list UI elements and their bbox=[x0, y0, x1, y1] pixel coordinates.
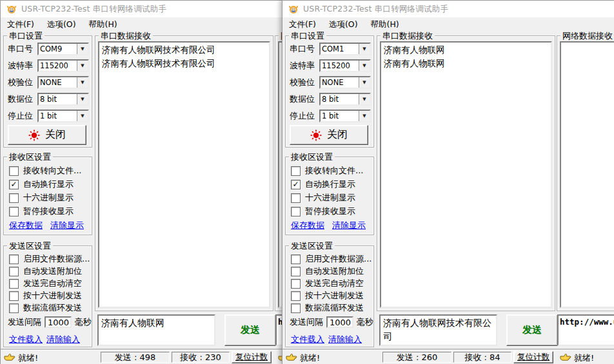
clear-input-link[interactable]: 清除输入 bbox=[46, 334, 80, 345]
serial-receive-text: 济南有人物联网技术有限公司 济南有人物联网技术有限公司 bbox=[99, 43, 269, 71]
close-port-button[interactable]: 关闭 bbox=[290, 125, 368, 145]
checkbox-clear-after-send[interactable] bbox=[9, 279, 19, 289]
menu-options[interactable]: 选项(O) bbox=[41, 18, 83, 32]
title-bar[interactable]: USR-TCP232-Test 串口转网络调试助手 bbox=[282, 1, 614, 17]
dropdown-arrow-icon[interactable]: ▼ bbox=[77, 94, 88, 104]
checkbox-auto-newline[interactable]: ✓ bbox=[9, 180, 19, 189]
checkbox-file-data-source[interactable] bbox=[291, 254, 301, 264]
network-receive-area[interactable] bbox=[560, 41, 614, 308]
port-select[interactable]: COM1 ▼ bbox=[319, 43, 371, 55]
network-receive-text bbox=[561, 43, 614, 44]
parity-select[interactable]: NONE ▼ bbox=[319, 76, 371, 89]
checkbox-hex-display[interactable] bbox=[9, 193, 19, 203]
load-file-link[interactable]: 文件载入 bbox=[9, 334, 43, 345]
reset-counter-button[interactable]: 复位计数 bbox=[232, 351, 272, 363]
databits-select[interactable]: 8 bit ▼ bbox=[319, 93, 371, 106]
serial-settings-group-title: 串口设置 bbox=[7, 30, 45, 42]
window-title: USR-TCP232-Test 串口转网络调试助手 bbox=[303, 4, 448, 15]
serial-receive-group-title: 串口数据接收 bbox=[99, 30, 153, 42]
dropdown-arrow-icon[interactable]: ▼ bbox=[359, 77, 370, 88]
checkbox-auto-send-append-label: 自动发送附加位 bbox=[23, 265, 82, 277]
serial-settings-group: 串口设置 串口号 COM9 ▼ 波特率 115200 ▼ 校验位 NONE bbox=[3, 35, 92, 148]
port-select[interactable]: COM9 ▼ bbox=[37, 43, 89, 55]
send-serial-button[interactable]: 发送 bbox=[506, 314, 558, 346]
clear-display-link[interactable]: 清除显示 bbox=[332, 220, 366, 231]
stopbits-select[interactable]: 1 bit ▼ bbox=[37, 110, 89, 122]
checkbox-pause-receive-label: 暂停接收显示 bbox=[23, 206, 74, 217]
menu-help[interactable]: 帮助(H) bbox=[364, 18, 406, 32]
close-port-button[interactable]: 关闭 bbox=[8, 125, 86, 145]
baud-value: 115200 bbox=[321, 61, 359, 71]
serial-receive-area[interactable]: 济南有人物联网技术有限公司 济南有人物联网技术有限公司 bbox=[98, 41, 270, 308]
checkbox-hex-send[interactable] bbox=[9, 291, 19, 301]
serial-send-value: 济南有人物联网技术有限公司 bbox=[381, 316, 496, 344]
checkbox-clear-after-send[interactable] bbox=[291, 279, 301, 289]
checkbox-hex-display-label: 十六进制显示 bbox=[23, 192, 74, 204]
send-settings-group: 发送区设置 启用文件数据源... 自动发送附加位 发送完自动清空 按十六进制发送… bbox=[3, 245, 92, 347]
clear-display-link[interactable]: 清除显示 bbox=[50, 220, 84, 231]
dropdown-arrow-icon[interactable]: ▼ bbox=[77, 44, 88, 54]
send-interval-input[interactable]: 1000 bbox=[326, 316, 353, 328]
save-data-link[interactable]: 保存数据 bbox=[291, 220, 324, 231]
dropdown-arrow-icon[interactable]: ▼ bbox=[359, 44, 370, 54]
app-icon bbox=[288, 4, 299, 14]
parity-value: NONE bbox=[321, 77, 359, 88]
port-label: 串口号 bbox=[290, 43, 319, 55]
menu-options[interactable]: 选项(O) bbox=[322, 18, 364, 32]
menu-file[interactable]: 文件(F) bbox=[282, 18, 322, 32]
reset-counter-button[interactable]: 复位计数 bbox=[513, 351, 553, 363]
save-data-link[interactable]: 保存数据 bbox=[9, 220, 43, 231]
checkbox-loop-send[interactable] bbox=[9, 303, 19, 313]
parity-value: NONE bbox=[39, 77, 77, 88]
dropdown-arrow-icon[interactable]: ▼ bbox=[359, 111, 370, 121]
receive-settings-group-title: 接收区设置 bbox=[7, 151, 53, 163]
send-serial-button-label: 发送 bbox=[522, 324, 542, 336]
checkbox-pause-receive[interactable] bbox=[291, 207, 301, 216]
serial-ready-status: 就绪! bbox=[300, 352, 320, 364]
checkbox-auto-send-append[interactable] bbox=[291, 267, 301, 276]
checkbox-auto-send-append[interactable] bbox=[9, 267, 19, 276]
menu-file[interactable]: 文件(F) bbox=[1, 18, 41, 32]
dropdown-arrow-icon[interactable]: ▼ bbox=[77, 61, 88, 71]
dropdown-arrow-icon[interactable]: ▼ bbox=[77, 77, 88, 88]
network-url-input[interactable]: http://www.usr bbox=[557, 314, 614, 346]
port-value: COM1 bbox=[321, 44, 359, 54]
send-interval-input[interactable]: 1000 bbox=[45, 316, 72, 328]
dropdown-arrow-icon[interactable]: ▼ bbox=[359, 94, 370, 104]
serial-send-input[interactable]: 济南有人物联网 bbox=[97, 314, 215, 346]
port-label: 串口号 bbox=[8, 43, 37, 55]
checkbox-pause-receive[interactable] bbox=[9, 207, 19, 216]
baud-select[interactable]: 115200 ▼ bbox=[37, 59, 89, 72]
checkbox-loop-send[interactable] bbox=[291, 303, 301, 313]
app-window: USR-TCP232-Test 串口转网络调试助手 文件(F) 选项(O) 帮助… bbox=[282, 0, 614, 364]
send-serial-button-label: 发送 bbox=[241, 324, 260, 336]
menu-bar: 文件(F) 选项(O) 帮助(H) bbox=[282, 17, 614, 32]
parity-label: 校验位 bbox=[290, 77, 319, 88]
ready-hand-icon bbox=[560, 353, 571, 362]
status-bar: 就绪! 发送 : 260 接收 : 84 复位计数 就绪! bbox=[282, 350, 614, 364]
databits-value: 8 bit bbox=[39, 94, 77, 104]
dropdown-arrow-icon[interactable]: ▼ bbox=[77, 111, 88, 121]
checkbox-hex-display[interactable] bbox=[291, 193, 301, 203]
menu-help[interactable]: 帮助(H) bbox=[83, 18, 124, 32]
databits-select[interactable]: 8 bit ▼ bbox=[37, 93, 89, 106]
checkbox-hex-display-label: 十六进制显示 bbox=[305, 192, 355, 204]
checkbox-auto-newline[interactable]: ✓ bbox=[291, 180, 301, 189]
checkbox-hex-send[interactable] bbox=[291, 291, 301, 301]
parity-select[interactable]: NONE ▼ bbox=[37, 76, 89, 89]
dropdown-arrow-icon[interactable]: ▼ bbox=[359, 61, 370, 71]
checkbox-loop-send-label: 数据流循环发送 bbox=[23, 302, 82, 314]
serial-send-input[interactable]: 济南有人物联网技术有限公司 bbox=[379, 314, 497, 346]
desktop-screen: USR-TCP232-Test 串口转网络调试助手 文件(F) 选项(O) 帮助… bbox=[0, 0, 614, 364]
serial-send-value: 济南有人物联网 bbox=[99, 316, 214, 330]
checkbox-receive-to-file[interactable] bbox=[291, 166, 301, 176]
stopbits-select[interactable]: 1 bit ▼ bbox=[319, 110, 371, 122]
checkbox-file-data-source[interactable] bbox=[9, 254, 19, 264]
send-serial-button[interactable]: 发送 bbox=[224, 314, 276, 346]
clear-input-link[interactable]: 清除输入 bbox=[328, 334, 362, 345]
checkbox-receive-to-file[interactable] bbox=[9, 166, 19, 176]
serial-receive-area[interactable]: 济南有人物联网 济南有人物联网 bbox=[380, 41, 552, 308]
load-file-link[interactable]: 文件载入 bbox=[291, 334, 324, 345]
baud-select[interactable]: 115200 ▼ bbox=[319, 59, 371, 72]
send-count: 发送 : 260 bbox=[382, 352, 451, 363]
